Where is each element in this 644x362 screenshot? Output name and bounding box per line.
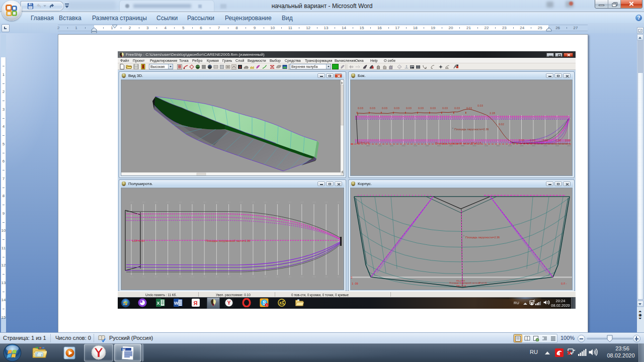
svg-text:0.03: 0.03: [418, 107, 424, 110]
svg-text:2.00: 2.00: [519, 139, 524, 142]
svg-text:3: 3: [351, 276, 352, 279]
svg-text:Y: Y: [227, 300, 231, 306]
svg-text:W: W: [122, 348, 126, 351]
svg-text:Площадь парусности=2.36: Площадь парусности=2.36: [454, 128, 489, 131]
svg-text:0.03: 0.03: [394, 107, 399, 110]
svg-text:К: К: [280, 301, 283, 306]
svg-text:2.00: 2.00: [530, 139, 535, 142]
svg-text:0.03: 0.03: [382, 107, 387, 110]
svg-text:0.Л -: 0.Л -: [561, 282, 567, 285]
svg-text:2.28: 2.28: [490, 112, 495, 115]
svg-text:2.00: 2.00: [555, 139, 561, 142]
svg-text:Я: Я: [194, 300, 198, 306]
svg-text:X: X: [157, 301, 160, 306]
svg-text:0.03: 0.03: [454, 107, 460, 110]
svg-text:W: W: [174, 301, 179, 306]
svg-text:0.02: 0.02: [499, 123, 504, 126]
svg-text:*: *: [463, 235, 464, 238]
svg-text:Площадь подводной части ДП=0.1: Площадь подводной части ДП=0.15: [449, 281, 487, 284]
svg-text:Площадь подводной части ДП=0.1: Площадь подводной части ДП=0.15: [435, 142, 481, 145]
svg-text:1: 1: [266, 304, 268, 307]
svg-text:Площадь парусности=2.36: Площадь парусности=2.36: [465, 236, 500, 239]
svg-text:*: *: [452, 127, 453, 130]
svg-text:0.03: 0.03: [430, 107, 436, 110]
svg-text:0.03: 0.03: [466, 107, 472, 110]
svg-text:2.00: 2.00: [565, 139, 571, 142]
svg-text:0.03: 0.03: [358, 107, 363, 110]
svg-text:КМ=-0.04: КМ=-0.04: [456, 285, 466, 287]
svg-text:0.03: 0.03: [442, 107, 448, 110]
svg-text:Площадь погруженной части=2.36: Площадь погруженной части=2.36: [206, 239, 250, 242]
svg-text:0.03: 0.03: [477, 104, 483, 107]
svg-text:LCF=0.00: LCF=0.00: [132, 239, 144, 242]
svg-text:1 -39: 1 -39: [352, 282, 358, 285]
svg-text:ДСР=0.00: ДСР=0.00: [357, 141, 369, 144]
svg-text:0.03: 0.03: [406, 107, 412, 110]
svg-text:0.03: 0.03: [370, 107, 375, 110]
svg-text:2.00: 2.00: [542, 139, 548, 142]
